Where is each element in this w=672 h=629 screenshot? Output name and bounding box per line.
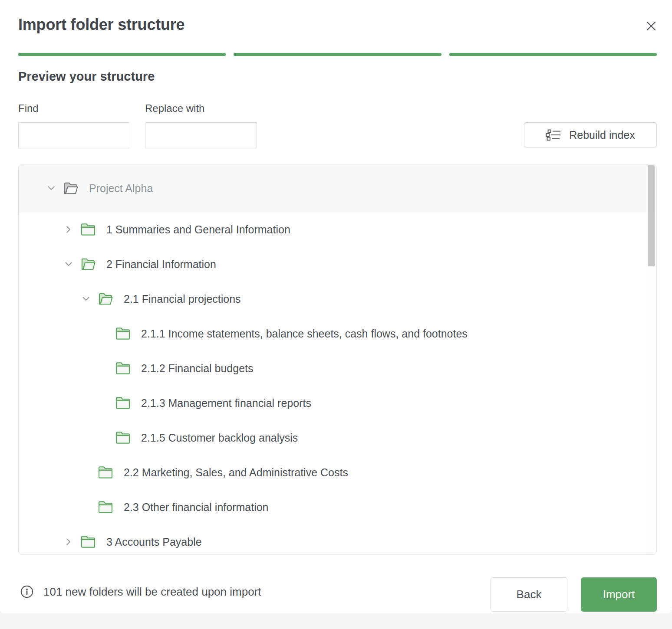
footer-info: 101 new folders will be created upon imp… — [20, 585, 261, 599]
tree-row-label: 2.1.2 Financial budgets — [141, 362, 254, 375]
section-heading: Preview your structure — [18, 69, 155, 84]
tree-row[interactable]: 2.1 Financial projections — [19, 282, 656, 316]
tree-row-label: 2.1.1 Income statements, balance sheets,… — [141, 328, 468, 340]
open-folder-icon — [79, 256, 97, 273]
tree-row-label: 2 Financial Information — [106, 258, 216, 271]
tree-row[interactable]: 2.3 Other financial information — [19, 490, 656, 524]
tree-row[interactable]: 2.1.1 Income statements, balance sheets,… — [19, 316, 656, 351]
folder-icon — [79, 533, 97, 550]
tree-row[interactable]: 2 Financial Information — [19, 247, 656, 282]
replace-input[interactable] — [145, 122, 257, 148]
chevron-right-icon[interactable] — [63, 224, 74, 235]
replace-label: Replace with — [145, 102, 204, 115]
back-button[interactable]: Back — [491, 577, 567, 612]
chevron-down-icon[interactable] — [46, 183, 57, 194]
tree-row-label: 2.3 Other financial information — [124, 501, 269, 514]
chevron-down-icon[interactable] — [63, 259, 74, 270]
tree-row-label: 2.2 Marketing, Sales, and Administrative… — [124, 466, 348, 479]
info-text: 101 new folders will be created upon imp… — [43, 585, 261, 599]
folder-tree-rows: Project Alpha 1 Summaries and General In… — [19, 164, 656, 554]
find-label: Find — [18, 102, 39, 115]
page: Import folder structure Preview your str… — [0, 0, 672, 629]
tree-row[interactable]: 3 Accounts Payable — [19, 524, 656, 555]
import-button[interactable]: Import — [581, 577, 657, 612]
folder-icon — [114, 325, 132, 342]
tree-row-label: 2.1 Financial projections — [124, 293, 241, 305]
folder-icon — [97, 464, 114, 481]
tree-row-label: 2.1.5 Customer backlog analysis — [141, 432, 298, 444]
import-folder-structure-modal: Import folder structure Preview your str… — [0, 0, 672, 613]
tree-row[interactable]: 2.2 Marketing, Sales, and Administrative… — [19, 455, 656, 490]
rebuild-index-button[interactable]: Rebuild index — [524, 122, 657, 147]
tree-row[interactable]: Project Alpha — [19, 164, 656, 212]
progress-step — [18, 53, 226, 56]
folder-icon — [114, 360, 132, 377]
chevron-right-icon[interactable] — [63, 536, 74, 547]
open-folder-icon — [62, 180, 79, 197]
scrollbar-thumb[interactable] — [648, 165, 655, 266]
rebuild-index-label: Rebuild index — [569, 129, 635, 141]
tree-row-label: 2.1.3 Management financial reports — [141, 397, 311, 410]
progress-step — [234, 53, 441, 56]
folder-tree: Project Alpha 1 Summaries and General In… — [18, 164, 657, 555]
find-input[interactable] — [18, 122, 130, 148]
tree-row-label: 3 Accounts Payable — [106, 536, 202, 548]
tree-row[interactable]: 2.1.3 Management financial reports — [19, 386, 656, 420]
tree-row-label: Project Alpha — [89, 182, 153, 195]
folder-icon — [97, 498, 114, 516]
info-icon — [20, 585, 34, 599]
modal-title: Import folder structure — [18, 16, 184, 34]
progress-step — [449, 53, 657, 56]
close-icon — [644, 19, 659, 33]
folder-icon — [79, 221, 97, 238]
progress-steps — [18, 53, 657, 56]
scrollbar[interactable] — [646, 165, 656, 554]
tree-row[interactable]: 1 Summaries and General Information — [19, 212, 656, 247]
tree-row[interactable]: 2.1.5 Customer backlog analysis — [19, 420, 656, 455]
open-folder-icon — [97, 290, 114, 308]
close-button[interactable] — [642, 17, 660, 35]
tree-row-label: 1 Summaries and General Information — [106, 223, 290, 236]
tree-row[interactable]: 2.1.2 Financial budgets — [19, 351, 656, 386]
folder-icon — [114, 429, 132, 446]
chevron-down-icon[interactable] — [80, 293, 92, 305]
folder-icon — [114, 394, 132, 412]
index-tree-icon — [546, 129, 561, 141]
